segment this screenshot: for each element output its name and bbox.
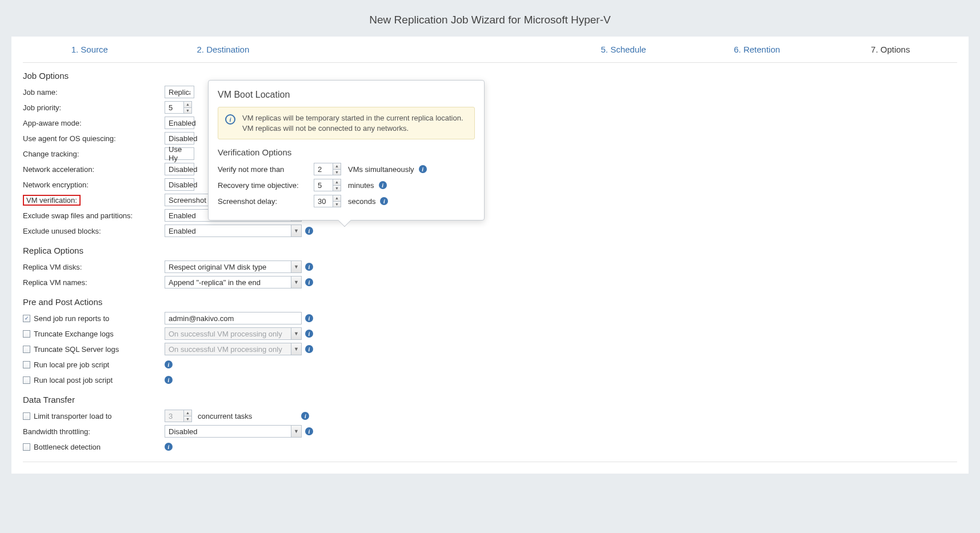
pre-script-text: Run local pre job script	[34, 360, 109, 369]
section-pre-post: Pre and Post Actions	[23, 297, 957, 307]
replica-disks-value: Respect original VM disk type	[165, 263, 291, 271]
info-icon[interactable]: i	[380, 197, 388, 205]
trunc-exchange-select: On successful VM processing only ▼	[165, 327, 302, 340]
tab-options[interactable]: 7. Options	[823, 37, 957, 62]
info-icon[interactable]: i	[301, 412, 309, 420]
popover-section-title: Verification Options	[218, 147, 475, 157]
bandwidth-select[interactable]: Disabled ▼	[165, 425, 302, 438]
net-accel-select[interactable]: Disabled	[165, 163, 194, 175]
change-tracking-value: Use Hy	[165, 145, 194, 162]
label-vm-verification-wrap: VM verification:	[23, 195, 165, 206]
tab-destination[interactable]: 2. Destination	[157, 37, 290, 62]
spin-down-icon: ▼	[184, 416, 191, 422]
net-encrypt-value: Disabled	[165, 181, 201, 189]
job-priority-value: 5	[165, 103, 183, 112]
bandwidth-value: Disabled	[165, 427, 291, 436]
trunc-exchange-text: Truncate Exchange logs	[34, 330, 114, 338]
trunc-exchange-value: On successful VM processing only	[165, 330, 291, 338]
replica-disks-select[interactable]: Respect original VM disk type ▼	[165, 261, 302, 273]
label-replica-names: Replica VM names:	[23, 278, 165, 287]
replica-names-value: Append "-replica" in the end	[165, 278, 291, 287]
verify-count-input[interactable]: 2 ▲▼	[314, 163, 341, 175]
info-icon[interactable]: i	[165, 376, 173, 384]
label-limit-transporter: Limit transporter load to	[23, 412, 165, 420]
net-accel-value: Disabled	[165, 165, 201, 174]
checkbox-trunc-exchange[interactable]	[23, 330, 30, 338]
info-icon[interactable]: i	[305, 227, 313, 235]
info-icon[interactable]: i	[305, 427, 313, 435]
post-script-text: Run local post job script	[34, 376, 113, 384]
send-reports-text: Send job run reports to	[34, 314, 109, 323]
trunc-sql-select: On successful VM processing only ▼	[165, 343, 302, 355]
spin-down-icon[interactable]: ▼	[184, 108, 191, 114]
checkbox-bottleneck[interactable]	[23, 443, 30, 451]
spin-down-icon[interactable]: ▼	[333, 170, 341, 175]
popover-title: VM Boot Location	[218, 90, 475, 100]
chevron-down-icon: ▼	[291, 426, 301, 437]
spin-up-icon[interactable]: ▲	[184, 102, 191, 108]
job-name-input[interactable]	[165, 86, 194, 98]
job-priority-input[interactable]: 5 ▲▼	[165, 101, 192, 114]
info-icon[interactable]: i	[305, 278, 313, 286]
trunc-sql-value: On successful VM processing only	[165, 345, 291, 354]
spin-up-icon[interactable]: ▲	[333, 163, 341, 170]
transporter-load-value: 3	[165, 412, 183, 420]
label-job-priority: Job priority:	[23, 103, 165, 112]
spin-up-icon: ▲	[184, 410, 191, 416]
info-icon[interactable]: i	[165, 443, 173, 451]
agent-quiescing-select[interactable]: Disabled	[165, 132, 194, 145]
spin-down-icon[interactable]: ▼	[333, 202, 341, 207]
info-icon[interactable]: i	[305, 345, 313, 353]
label-post-script: Run local post job script	[23, 376, 165, 384]
info-icon[interactable]: i	[305, 263, 313, 271]
label-replica-disks: Replica VM disks:	[23, 263, 165, 271]
checkbox-pre-script[interactable]	[23, 361, 30, 368]
label-rto: Recovery time objective:	[218, 181, 309, 190]
checkbox-post-script[interactable]	[23, 376, 30, 384]
checkbox-limit-transporter[interactable]	[23, 412, 30, 420]
section-replica-options: Replica Options	[23, 246, 957, 255]
info-icon[interactable]: i	[305, 314, 313, 322]
checkbox-send-reports[interactable]: ✓	[23, 315, 30, 322]
label-app-aware: App-aware mode:	[23, 119, 165, 127]
tab-retention[interactable]: 6. Retention	[690, 37, 824, 62]
spin-up-icon[interactable]: ▲	[333, 195, 341, 202]
label-bottleneck: Bottleneck detection	[23, 443, 165, 451]
label-bandwidth: Bandwidth throttling:	[23, 427, 165, 436]
verify-suffix: VMs simultaneously	[348, 165, 414, 174]
exclude-unused-select[interactable]: Enabled ▼	[165, 225, 302, 237]
label-agent-quiescing: Use agent for OS quiescing:	[23, 134, 165, 143]
label-vm-verification: VM verification:	[23, 195, 81, 206]
section-data-transfer: Data Transfer	[23, 395, 957, 404]
bottleneck-text: Bottleneck detection	[34, 443, 101, 451]
delay-input[interactable]: 30 ▲▼	[314, 195, 341, 207]
info-icon[interactable]: i	[379, 181, 387, 189]
tab-schedule[interactable]: 5. Schedule	[557, 37, 690, 62]
label-trunc-sql: Truncate SQL Server logs	[23, 345, 165, 354]
spin-down-icon[interactable]: ▼	[333, 186, 341, 191]
info-icon[interactable]: i	[165, 360, 173, 368]
label-job-name: Job name:	[23, 88, 165, 97]
alert-box: i VM replicas will be temporary started …	[218, 107, 475, 139]
send-reports-email-input[interactable]	[165, 312, 302, 324]
verify-count-value: 2	[314, 165, 333, 174]
info-icon[interactable]: i	[305, 330, 313, 338]
delay-suffix: seconds	[348, 197, 375, 206]
net-encrypt-select[interactable]: Disabled	[165, 178, 194, 191]
info-icon[interactable]: i	[419, 165, 427, 173]
spin-up-icon[interactable]: ▲	[333, 179, 341, 186]
replica-names-select[interactable]: Append "-replica" in the end ▼	[165, 276, 302, 288]
label-send-reports: ✓ Send job run reports to	[23, 314, 165, 323]
label-delay: Screenshot delay:	[218, 197, 309, 206]
delay-value: 30	[314, 197, 333, 206]
label-net-accel: Network acceleration:	[23, 165, 165, 174]
app-aware-select[interactable]: Enabled	[165, 117, 194, 129]
transporter-load-input: 3 ▲▼	[165, 410, 192, 422]
tab-source[interactable]: 1. Source	[23, 37, 157, 62]
app-aware-value: Enabled	[165, 119, 199, 127]
change-tracking-select[interactable]: Use Hy	[165, 147, 194, 160]
alert-text: VM replicas will be temporary started in…	[242, 113, 467, 133]
rto-input[interactable]: 5 ▲▼	[314, 179, 341, 191]
checkbox-trunc-sql[interactable]	[23, 346, 30, 353]
concurrent-tasks-label: concurrent tasks	[198, 412, 252, 420]
